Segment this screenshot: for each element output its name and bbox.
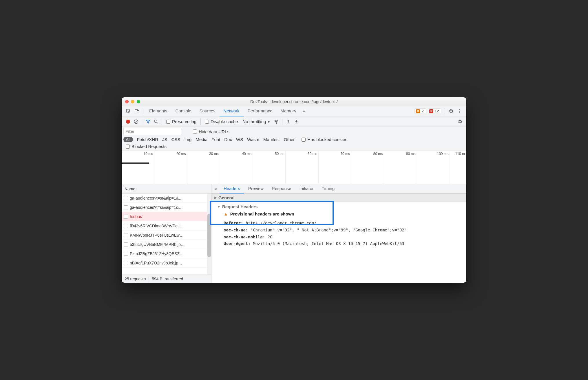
tick: 60 ms [308,152,317,156]
tab-network[interactable]: Network [220,106,244,116]
tab-console[interactable]: Console [171,106,196,116]
window-titlebar: DevTools - developer.chrome.com/tags/dev… [122,97,466,106]
chip-ws[interactable]: WS [236,137,243,142]
has-blocked-cookies-checkbox[interactable]: Has blocked cookies [302,137,347,142]
settings-gear-icon[interactable] [447,107,455,115]
file-icon [124,242,128,246]
file-icon [124,252,128,256]
error-count-badge[interactable]: ✕ 2 [414,108,426,114]
upload-har-icon[interactable] [284,118,292,126]
chip-media[interactable]: Media [196,137,207,142]
device-toolbar-icon[interactable] [133,107,141,115]
network-settings-gear-icon[interactable] [456,118,464,126]
details-tab-response[interactable]: Response [268,184,295,193]
throttling-select[interactable]: No throttling ▾ [242,119,270,124]
divider [282,118,282,125]
request-list[interactable]: ga-audiences?t=sr&aip=1&… ga-audiences?t… [122,193,211,275]
preserve-log-input[interactable] [166,120,170,124]
chip-doc[interactable]: Doc [224,137,232,142]
request-headers-body: ▼ Request Headers ▲ Provisional headers … [211,202,466,250]
chip-img[interactable]: Img [184,137,191,142]
search-icon[interactable] [152,118,160,126]
section-request-headers[interactable]: ▼ Request Headers [217,204,463,209]
table-row[interactable]: KMNWpnRJTP6eHJs1wEw… [122,231,211,240]
tick: 10 ms [144,152,153,156]
tab-memory[interactable]: Memory [277,106,300,116]
filter-input[interactable] [123,128,181,135]
header-value: Mozilla/5.0 (Macintosh; Intel Mac OS X 1… [253,241,404,246]
scrollbar-thumb[interactable] [207,214,211,257]
details-tab-preview[interactable]: Preview [244,184,268,193]
file-icon [124,215,128,219]
close-details-icon[interactable]: × [213,186,220,191]
svg-rect-12 [295,123,298,123]
chip-wasm[interactable]: Wasm [247,137,259,142]
request-name: PzmJZBgZBJ612Hy8QBSZ… [130,251,184,256]
preserve-log-checkbox[interactable]: Preserve log [166,119,196,124]
network-status-bar: 25 requests 594 B transferred [122,275,211,283]
disable-cache-input[interactable] [205,120,209,124]
chip-manifest[interactable]: Manifest [263,137,280,142]
disable-cache-checkbox[interactable]: Disable cache [205,119,238,124]
provisional-headers-warning: ▲ Provisional headers are shown [224,211,463,216]
divider [143,108,143,114]
network-filter-bar: Hide data URLs All Fetch/XHR JS CSS Img … [122,127,466,151]
table-row[interactable]: ga-audiences?t=sr&aip=1&… [122,193,211,203]
clear-icon[interactable] [132,118,140,126]
header-key: User-Agent: [224,241,251,246]
tab-elements[interactable]: Elements [145,106,171,116]
table-row[interactable]: 53IuclsjUVBaBME7MPRb.jp… [122,240,211,249]
header-value: "Chromium";v="92", " Not A;Brand";v="99"… [251,228,407,232]
table-row-selected[interactable]: foobar/ [122,212,211,221]
inspect-element-icon[interactable] [124,107,133,115]
warning-icon: ▲ [224,211,228,216]
hide-data-urls-input[interactable] [193,129,197,134]
table-row[interactable]: nBjAqf1PuX7O2nvJbJck.jp… [122,258,211,268]
section-general[interactable]: ▶ General [211,193,466,202]
table-row[interactable]: fD43v6RiVCDlmo3WhVPe.j… [122,221,211,231]
svg-line-9 [157,122,158,123]
download-har-icon[interactable] [292,118,300,126]
table-row[interactable]: ga-audiences?t=sr&aip=1&… [122,203,211,212]
tick: 30 ms [209,152,219,156]
tab-performance[interactable]: Performance [244,106,277,116]
table-row[interactable]: PzmJZBgZBJ612Hy8QBSZ… [122,249,211,258]
tabs-overflow[interactable]: » [300,106,307,116]
divider [149,276,149,282]
hide-data-urls-label: Hide data URLs [199,129,229,134]
hide-data-urls-checkbox[interactable]: Hide data URLs [193,129,229,134]
network-timeline[interactable]: 10 ms 20 ms 30 ms 40 ms 50 ms 60 ms 70 m… [122,151,466,184]
error-icon: ✕ [416,109,420,113]
details-tab-initiator[interactable]: Initiator [295,184,318,193]
chip-other[interactable]: Other [284,137,295,142]
details-tab-timing[interactable]: Timing [318,184,339,193]
details-tab-headers[interactable]: Headers [220,184,244,193]
chip-fetch-xhr[interactable]: Fetch/XHR [137,137,158,142]
chevron-down-icon: ▾ [268,119,270,124]
chip-font[interactable]: Font [211,137,220,142]
window-title: DevTools - developer.chrome.com/tags/dev… [122,99,466,104]
issues-count-badge[interactable]: ✕ 12 [428,108,441,114]
has-blocked-cookies-input[interactable] [302,138,306,142]
header-key: Referer: [224,221,243,225]
chip-all[interactable]: All [123,137,133,142]
tab-sources[interactable]: Sources [196,106,220,116]
divider [162,118,162,125]
request-name: fD43v6RiVCDlmo3WhVPe.j… [130,224,184,228]
name-column-header[interactable]: Name [122,184,211,193]
tick: 80 ms [373,152,383,156]
network-conditions-icon[interactable] [272,118,280,126]
filter-icon[interactable] [144,118,152,126]
request-details-panel: × Headers Preview Response Initiator Tim… [211,184,466,283]
blocked-requests-checkbox[interactable]: Blocked Requests [126,144,167,149]
request-name: KMNWpnRJTP6eHJs1wEw… [130,233,184,237]
divider [445,108,445,114]
chip-js[interactable]: JS [162,137,167,142]
blocked-requests-input[interactable] [126,145,130,149]
kebab-menu-icon[interactable] [455,107,464,115]
network-main: Name ga-audiences?t=sr&aip=1&… ga-audien… [122,184,466,283]
header-row: sec-ch-ua: "Chromium";v="92", " Not A;Br… [224,227,463,234]
chip-css[interactable]: CSS [171,137,180,142]
record-button[interactable] [124,118,132,126]
section-general-label: General [218,195,235,200]
